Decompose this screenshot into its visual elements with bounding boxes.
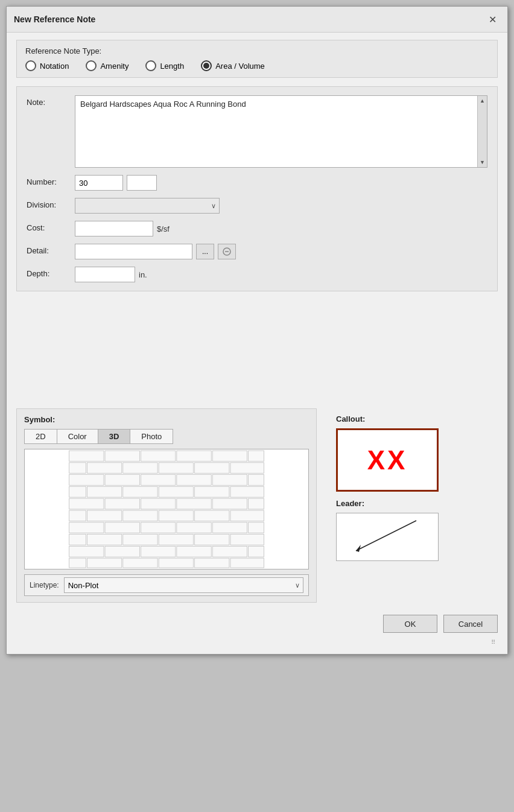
svg-rect-23 <box>159 486 193 497</box>
svg-rect-15 <box>105 475 139 486</box>
svg-rect-59 <box>159 558 193 568</box>
leader-arrow-svg <box>350 515 434 557</box>
detail-clear-button[interactable] <box>218 244 236 259</box>
svg-rect-49 <box>230 534 264 545</box>
note-scrollbar[interactable]: ▲ ▼ <box>477 96 487 167</box>
depth-row: Depth: in. <box>27 267 487 282</box>
radio-amenity[interactable]: Amenity <box>86 60 128 71</box>
svg-rect-33 <box>87 510 121 521</box>
number-row: Number: <box>27 175 487 191</box>
svg-rect-35 <box>159 510 193 521</box>
symbol-preview[interactable] <box>24 449 309 569</box>
svg-rect-22 <box>123 486 157 497</box>
dialog-title: New Reference Note <box>14 14 95 24</box>
svg-rect-25 <box>230 486 264 497</box>
note-outer: Belgard Hardscapes Aqua Roc A Running Bo… <box>75 95 487 168</box>
svg-rect-31 <box>249 498 264 509</box>
cancel-button[interactable]: Cancel <box>443 615 498 633</box>
radio-area-volume[interactable]: Area / Volume <box>201 60 265 71</box>
callout-preview[interactable]: XX <box>336 428 439 492</box>
svg-rect-53 <box>177 546 211 557</box>
detail-input[interactable] <box>75 244 192 259</box>
svg-rect-46 <box>123 534 157 545</box>
number-input[interactable] <box>75 175 123 191</box>
note-row: Note: Belgard Hardscapes Aqua Roc A Runn… <box>27 95 487 168</box>
radio-circle-notation <box>25 60 36 71</box>
svg-rect-5 <box>177 451 211 462</box>
svg-rect-29 <box>177 498 211 509</box>
linetype-select-wrapper: Non-Plot Continuous Dashed Dotted <box>64 577 303 593</box>
division-select[interactable] <box>75 198 220 214</box>
svg-rect-30 <box>212 498 247 509</box>
tab-color[interactable]: Color <box>57 429 98 444</box>
svg-rect-51 <box>105 546 139 557</box>
linetype-row: Linetype: Non-Plot Continuous Dashed Dot… <box>24 574 309 596</box>
ok-button[interactable]: OK <box>383 615 437 633</box>
callout-label: Callout: <box>336 414 490 423</box>
division-select-wrapper <box>75 198 220 214</box>
radio-label-area-volume: Area / Volume <box>215 62 265 71</box>
radio-notation[interactable]: Notation <box>25 60 69 71</box>
division-content <box>75 198 487 214</box>
symbol-tabs: 2D Color 3D Photo <box>24 429 309 444</box>
spacer <box>16 300 498 408</box>
svg-rect-52 <box>141 546 175 557</box>
number-content <box>75 175 487 191</box>
svg-rect-21 <box>87 486 121 497</box>
radio-label-amenity: Amenity <box>100 62 128 71</box>
cost-input[interactable] <box>75 221 153 236</box>
title-bar: New Reference Note ✕ <box>7 7 507 33</box>
scroll-up-icon[interactable]: ▲ <box>480 97 485 105</box>
svg-rect-61 <box>230 558 264 568</box>
svg-rect-17 <box>177 475 211 486</box>
svg-rect-10 <box>123 463 157 474</box>
tab-2d[interactable]: 2D <box>24 429 57 444</box>
tab-photo[interactable]: Photo <box>130 429 173 444</box>
resize-grip: ⠿ <box>16 638 498 647</box>
detail-content: ... <box>75 244 487 259</box>
radio-circle-area-volume <box>201 60 212 71</box>
radio-label-length: Length <box>160 62 184 71</box>
svg-rect-50 <box>69 546 104 557</box>
svg-rect-56 <box>69 558 86 568</box>
leader-label: Leader: <box>336 499 490 508</box>
depth-unit-label: in. <box>139 270 147 279</box>
svg-rect-42 <box>212 522 247 533</box>
scroll-down-icon[interactable]: ▼ <box>480 158 485 167</box>
radio-length[interactable]: Length <box>145 60 184 71</box>
svg-rect-37 <box>230 510 264 521</box>
svg-rect-47 <box>159 534 193 545</box>
ref-type-label: Reference Note Type: <box>25 46 489 56</box>
svg-rect-20 <box>69 486 86 497</box>
svg-rect-41 <box>177 522 211 533</box>
svg-rect-48 <box>195 534 229 545</box>
tab-3d[interactable]: 3D <box>98 429 130 444</box>
cost-label: Cost: <box>27 221 75 232</box>
linetype-label: Linetype: <box>30 581 59 589</box>
brick-pattern-svg <box>25 449 308 569</box>
number-input2[interactable] <box>127 175 157 191</box>
svg-rect-11 <box>159 463 193 474</box>
svg-rect-12 <box>195 463 229 474</box>
svg-rect-13 <box>230 463 264 474</box>
number-label: Number: <box>27 175 75 186</box>
close-button[interactable]: ✕ <box>484 11 500 27</box>
leader-preview[interactable] <box>336 513 439 561</box>
division-label: Division: <box>27 198 75 209</box>
svg-rect-45 <box>87 534 121 545</box>
svg-rect-4 <box>141 451 175 462</box>
svg-rect-8 <box>69 463 86 474</box>
svg-rect-43 <box>249 522 264 533</box>
callout-leader-section: Callout: XX Leader: <box>329 408 498 603</box>
svg-rect-58 <box>123 558 157 568</box>
svg-line-62 <box>356 521 416 551</box>
linetype-select[interactable]: Non-Plot Continuous Dashed Dotted <box>64 577 303 593</box>
footer-buttons: OK Cancel <box>16 611 498 638</box>
dialog-window: New Reference Note ✕ Reference Note Type… <box>6 6 508 655</box>
svg-rect-60 <box>195 558 229 568</box>
depth-label: Depth: <box>27 267 75 278</box>
detail-row: Detail: ... <box>27 244 487 259</box>
detail-browse-button[interactable]: ... <box>196 244 214 259</box>
note-input[interactable]: Belgard Hardscapes Aqua Roc A Running Bo… <box>75 96 477 167</box>
depth-input[interactable] <box>75 267 135 282</box>
